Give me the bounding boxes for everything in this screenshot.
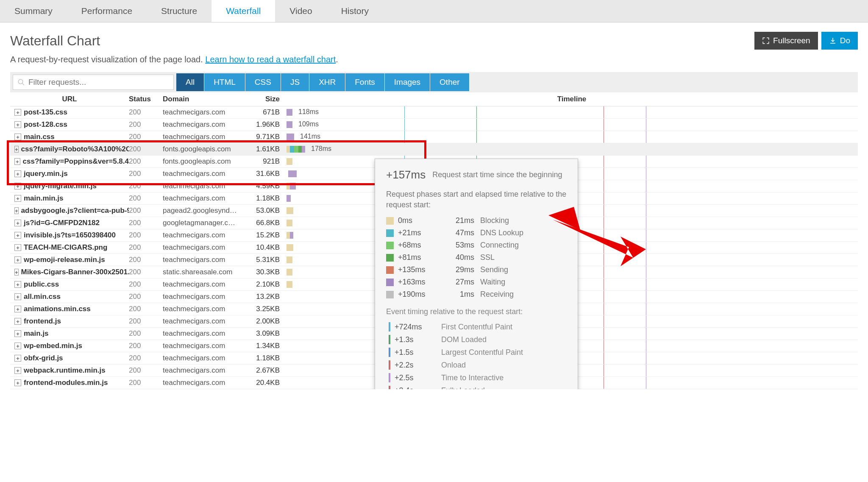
tab-structure[interactable]: Structure (147, 0, 211, 22)
event-time: +724ms (395, 323, 441, 332)
row-domain: teachmecigars.com (163, 305, 248, 313)
timeline-bar (287, 195, 291, 202)
filter-js[interactable]: JS (281, 73, 309, 91)
row-size: 30.3KB (248, 268, 286, 276)
col-url[interactable]: URL (10, 95, 129, 103)
expand-icon[interactable]: + (14, 195, 21, 202)
event-name: DOM Loaded (441, 335, 487, 344)
filter-images[interactable]: Images (385, 73, 430, 91)
row-status: 200 (129, 379, 163, 387)
table-row[interactable]: +main.css200teachmecigars.com9.71KB141ms (10, 131, 858, 143)
expand-icon[interactable]: + (14, 146, 19, 153)
event-row: +2.2s Onload (386, 360, 567, 370)
row-url: frontend-modules.min.js (24, 379, 108, 387)
row-url: css?family=Poppins&ver=5.8.4 (23, 157, 129, 166)
col-size[interactable]: Size (248, 95, 286, 103)
row-size: 1.18KB (248, 354, 286, 362)
row-url: Mikes-Cigars-Banner-300x2501.jpg (21, 268, 129, 276)
row-url: main.css (24, 133, 55, 141)
expand-icon[interactable]: + (14, 232, 21, 239)
timeline-bar (287, 109, 292, 116)
row-url: TEACH-ME-CIGARS.png (24, 243, 107, 252)
event-time: +1.5s (395, 348, 441, 357)
expand-icon[interactable]: + (14, 330, 21, 337)
expand-icon[interactable]: + (14, 183, 21, 189)
fullscreen-button[interactable]: Fullscreen (754, 32, 818, 50)
table-row[interactable]: +post-128.css200teachmecigars.com1.96KB1… (10, 119, 858, 131)
row-status: 200 (129, 256, 163, 264)
filter-input[interactable] (28, 78, 169, 87)
phase-swatch (386, 266, 394, 274)
col-domain[interactable]: Domain (163, 95, 248, 103)
expand-icon[interactable]: + (14, 281, 21, 288)
expand-icon[interactable]: + (14, 379, 21, 386)
expand-icon[interactable]: + (14, 158, 20, 165)
expand-icon[interactable]: + (14, 220, 21, 226)
event-mark (389, 322, 390, 332)
phase-name: Connecting (480, 241, 519, 250)
expand-icon[interactable]: + (14, 170, 21, 177)
expand-icon[interactable]: + (14, 355, 21, 362)
expand-icon[interactable]: + (14, 256, 21, 263)
row-domain: teachmecigars.com (163, 133, 248, 141)
timeline-bar (287, 121, 292, 128)
row-timing: 178ms (311, 145, 331, 153)
tab-performance[interactable]: Performance (67, 0, 147, 22)
expand-icon[interactable]: + (14, 207, 19, 214)
row-size: 1.18KB (248, 194, 286, 203)
expand-icon[interactable]: + (14, 318, 21, 325)
filter-all[interactable]: All (176, 73, 204, 91)
phase-row: 0ms 21ms Blocking (386, 216, 567, 225)
expand-icon[interactable]: + (14, 269, 19, 276)
filter-other[interactable]: Other (430, 73, 470, 91)
timeline-bar (287, 256, 292, 263)
row-status: 200 (129, 317, 163, 326)
download-button[interactable]: Do (821, 32, 858, 50)
row-status: 200 (129, 280, 163, 289)
row-size: 5.31KB (248, 256, 286, 264)
row-url: webpack.runtime.min.js (24, 366, 106, 375)
col-status[interactable]: Status (129, 95, 163, 103)
row-url: animations.min.css (24, 305, 91, 313)
timeline-bar (287, 183, 290, 189)
tab-video[interactable]: Video (275, 0, 326, 22)
expand-icon[interactable]: + (14, 134, 21, 140)
expand-icon[interactable]: + (14, 244, 21, 251)
row-domain: fonts.googleapis.com (163, 157, 248, 166)
event-mark (389, 335, 390, 344)
row-domain: pagead2.googlesynd… (163, 206, 248, 215)
expand-icon[interactable]: + (14, 109, 21, 116)
tab-waterfall[interactable]: Waterfall (211, 0, 275, 22)
row-size: 921B (248, 157, 286, 166)
phase-name: Blocking (480, 216, 509, 225)
filter-xhr[interactable]: XHR (309, 73, 345, 91)
expand-icon[interactable]: + (14, 367, 21, 374)
tab-summary[interactable]: Summary (0, 0, 67, 22)
phase-name: DNS Lookup (480, 228, 523, 237)
filter-css[interactable]: CSS (245, 73, 281, 91)
row-domain: teachmecigars.com (163, 366, 248, 375)
row-size: 9.71KB (248, 133, 286, 141)
row-status: 200 (129, 133, 163, 141)
table-row[interactable]: +css?family=Roboto%3A100%2C1…200fonts.go… (10, 143, 858, 156)
phase-duration: 53ms (440, 241, 474, 250)
main-tabs: SummaryPerformanceStructureWaterfallVide… (0, 0, 868, 22)
filter-fonts[interactable]: Fonts (345, 73, 385, 91)
row-status: 200 (129, 231, 163, 240)
row-url: obfx-grid.js (24, 354, 63, 362)
expand-icon[interactable]: + (14, 121, 21, 128)
row-timing: 141ms (300, 133, 320, 140)
expand-icon[interactable]: + (14, 343, 21, 349)
filter-html[interactable]: HTML (204, 73, 245, 91)
row-size: 2.00KB (248, 317, 286, 326)
phase-swatch (386, 242, 394, 249)
expand-icon[interactable]: + (14, 306, 21, 312)
expand-icon[interactable]: + (14, 293, 21, 300)
table-row[interactable]: +post-135.css200teachmecigars.com671B118… (10, 106, 858, 119)
tab-history[interactable]: History (327, 0, 383, 22)
timeline-bar (290, 146, 294, 153)
learn-link[interactable]: Learn how to read a waterfall chart (205, 55, 336, 64)
col-timeline[interactable]: Timeline (286, 95, 858, 103)
timeline-bar (287, 158, 292, 165)
row-domain: teachmecigars.com (163, 231, 248, 240)
